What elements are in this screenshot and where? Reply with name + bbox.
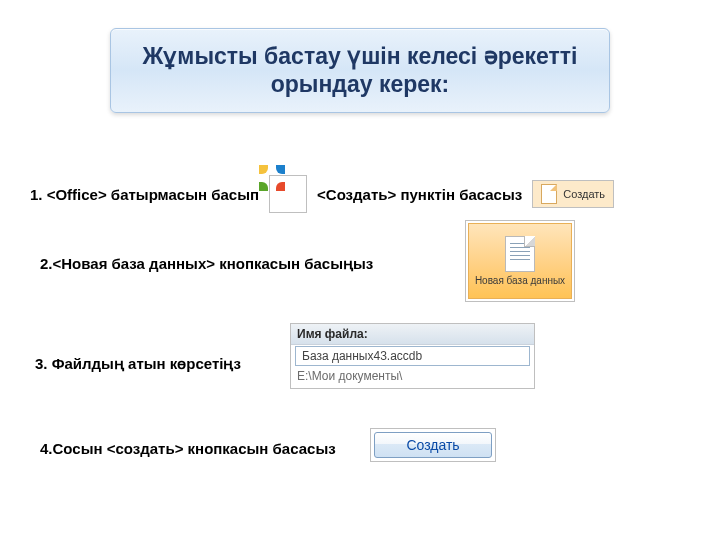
new-database-button-label: Новая база данных xyxy=(475,276,565,287)
step-1-text-b: <Создать> пунктін басасыз xyxy=(317,186,522,203)
step-4: 4.Сосын <создать> кнопкасын басасыз xyxy=(40,440,336,457)
database-document-icon xyxy=(505,236,535,272)
step-3-text: 3. Файлдың атын көрсетіңз xyxy=(35,355,241,373)
filename-panel: Имя файла: База данных43.accdb E:\Мои до… xyxy=(290,323,535,389)
filename-path: E:\Мои документы\ xyxy=(291,369,534,388)
filename-input[interactable]: База данных43.accdb xyxy=(295,346,530,366)
slide: Жұмысты бастау үшін келесі әрекетті орын… xyxy=(0,0,720,540)
step-2-text: 2.<Новая база данных> кнопкасын басыңыз xyxy=(40,255,373,273)
menu-create-label: Создать xyxy=(563,188,605,200)
title: Жұмысты бастау үшін келесі әрекетті орын… xyxy=(110,28,610,113)
menu-create[interactable]: Создать xyxy=(532,180,614,208)
step-3: 3. Файлдың атын көрсетіңз xyxy=(35,355,241,373)
filename-header: Имя файла: xyxy=(291,324,534,345)
new-database-button[interactable]: Новая база данных xyxy=(465,220,575,302)
office-button[interactable] xyxy=(269,175,307,213)
create-button[interactable]: Создать xyxy=(374,432,492,458)
create-button-frame: Создать xyxy=(370,428,496,462)
step-4-text: 4.Сосын <создать> кнопкасын басасыз xyxy=(40,440,336,457)
new-document-icon xyxy=(541,184,557,204)
step-2: 2.<Новая база данных> кнопкасын басыңыз xyxy=(40,255,373,273)
step-1-text-a: 1. <Office> батырмасын басып xyxy=(30,186,259,203)
step-1: 1. <Office> батырмасын басып <Создать> п… xyxy=(30,175,614,213)
